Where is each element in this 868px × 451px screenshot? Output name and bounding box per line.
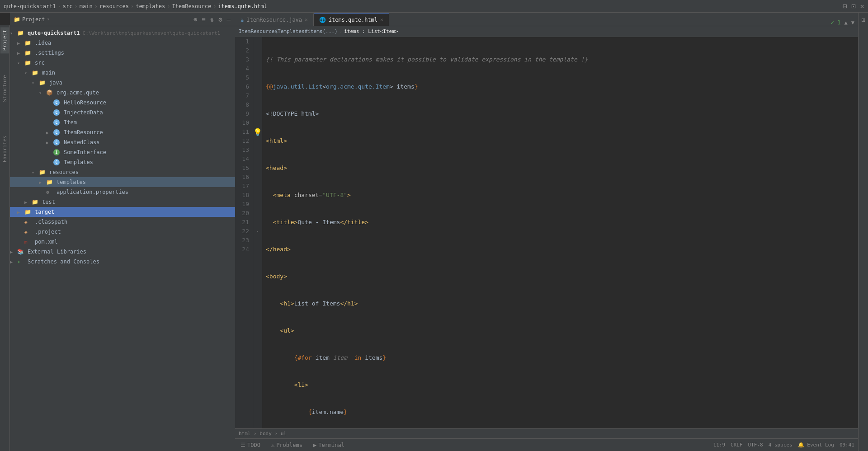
todo-icon: ☰: [241, 442, 245, 448]
tab-itemresource-close[interactable]: ✕: [305, 17, 308, 23]
bc-project: qute-quickstart1: [4, 3, 56, 9]
tree-item-someinterface[interactable]: ▶ I SomeInterface: [10, 147, 235, 157]
bottom-tab-problems[interactable]: ⚠ Problems: [266, 439, 308, 451]
code-line-5: <head>: [266, 164, 854, 173]
code-line-10: <h1>List of Items</h1>: [266, 299, 854, 308]
fold-gutter: 💡 ·: [253, 37, 262, 428]
test-label: test: [42, 199, 55, 205]
bc-src: src: [63, 3, 73, 9]
target-label: target: [35, 209, 54, 215]
tree-item-appprops[interactable]: ▶ ⚙ application.properties: [10, 187, 235, 197]
tree-item-nestedclass[interactable]: ▶ C NestedClass: [10, 137, 235, 147]
vertical-tab-project[interactable]: Project: [0, 27, 9, 53]
extlibs-label: External Libraries: [28, 249, 86, 255]
code-line-14: {item.name}: [266, 408, 854, 417]
someinterface-label: SomeInterface: [64, 149, 106, 155]
collapse-icon[interactable]: ≡: [201, 15, 206, 24]
itemresource-label: ItemResource: [64, 129, 103, 136]
title-bar: qute-quickstart1 › src › main › resource…: [0, 0, 868, 13]
main-layout: Project Structure Favorites 📁 Project ▾ …: [0, 13, 868, 451]
tree-item-extlibs[interactable]: ▶ 📚 External Libraries: [10, 247, 235, 257]
tree-item-helloresource[interactable]: ▶ C HelloResource: [10, 98, 235, 108]
breadcrumb: qute-quickstart1 › src › main › resource…: [4, 3, 267, 9]
tree-item-project-file[interactable]: ▶ ◈ .project: [10, 227, 235, 237]
bc-editor-part2: items : List<Item>: [344, 28, 398, 34]
close-panel-icon[interactable]: —: [226, 15, 231, 24]
fold-indicator-11[interactable]: 💡: [253, 128, 262, 136]
tree-item-classpath[interactable]: ▶ ◈ .classpath: [10, 217, 235, 227]
tab-items-close[interactable]: ✕: [380, 17, 383, 23]
locate-icon[interactable]: ⊕: [193, 15, 198, 24]
code-editor[interactable]: 12345 678910 1112131415 1617181920 21222…: [235, 37, 858, 428]
terminal-icon: ▶: [313, 442, 316, 448]
vertical-tab-favorites[interactable]: Favorites: [0, 133, 9, 165]
appprops-label: application.properties: [57, 189, 128, 195]
tree-item-java[interactable]: ▾ 📁 java: [10, 78, 235, 88]
package-label: org.acme.qute: [57, 89, 99, 96]
chevron-up-icon[interactable]: ▲: [844, 19, 848, 26]
vertical-tabs: Project Structure Favorites: [0, 25, 10, 451]
tree-item-templates-class[interactable]: ▶ C Templates: [10, 157, 235, 167]
scratches-label: Scratches and Consoles: [28, 258, 99, 265]
settings-icon[interactable]: ⚙: [217, 15, 223, 24]
encoding-status[interactable]: UTF-8: [748, 442, 763, 448]
chevron-down-icon[interactable]: ▼: [851, 19, 854, 26]
tree-item-src[interactable]: ▾ 📁 src: [10, 58, 235, 68]
editor-breadcrumb: ItemResource$Templates#items(...) › item…: [235, 26, 858, 37]
tree-item-test[interactable]: ▶ 📁 test: [10, 197, 235, 207]
bc-templates: templates: [136, 3, 165, 9]
tree-item-injecteddata[interactable]: ▶ C InjectedData: [10, 108, 235, 117]
tree-item-resources[interactable]: ▾ 📁 resources: [10, 167, 235, 177]
crlf-status[interactable]: CRLF: [731, 442, 743, 448]
tab-itemresource-label: ItemResource.java: [246, 17, 302, 23]
window-controls: ⊟ ⊡ ✕: [843, 2, 864, 10]
tree-item-item[interactable]: ▶ C Item: [10, 117, 235, 127]
bc-itemresource: ItemResource: [172, 3, 211, 9]
indent-status[interactable]: 4 spaces: [769, 442, 793, 448]
tree-item-package[interactable]: ▾ 📦 org.acme.qute: [10, 88, 235, 98]
code-lines[interactable]: {! This parameter declarations makes it …: [262, 37, 858, 428]
tab-items[interactable]: 🌐 items.qute.html ✕: [314, 13, 389, 26]
src-label: src: [35, 60, 45, 66]
bc-main: main: [80, 3, 93, 9]
check-indicator: ✓ 1: [831, 19, 841, 26]
templates-class-label: Templates: [64, 159, 93, 165]
tree-item-settings[interactable]: ▶ 📁 .settings: [10, 48, 235, 58]
problems-icon: ⚠: [271, 442, 274, 448]
idea-label: .idea: [35, 40, 51, 46]
item-label: Item: [64, 119, 77, 126]
code-line-4: <html>: [266, 136, 854, 146]
vertical-tab-structure[interactable]: Structure: [0, 72, 9, 105]
tree-item-root[interactable]: ▾ 📁 qute-quickstart1 C:\Work\src\tmp\qua…: [10, 28, 235, 38]
tree-item-target[interactable]: ▶ 📁 target: [10, 207, 235, 217]
expand-icon[interactable]: ⇅: [209, 15, 215, 24]
fold-indicator-22[interactable]: ·: [255, 227, 260, 236]
code-line-6: <meta charset="UTF-8">: [266, 191, 854, 200]
tree-item-pom[interactable]: ▶ m pom.xml: [10, 237, 235, 247]
html-file-icon: 🌐: [319, 17, 326, 23]
editor-area: ☕ ItemResource.java ✕ 🌐 items.qute.html …: [235, 13, 858, 451]
main-label: main: [42, 70, 55, 76]
tree-item-scratches[interactable]: ▶ ✦ Scratches and Consoles: [10, 257, 235, 267]
root-path: C:\Work\src\tmp\quarkus\maven\qute-quick…: [83, 30, 221, 36]
pom-label: pom.xml: [35, 239, 58, 245]
bc-editor-part1: ItemResource$Templates#items(...): [239, 28, 338, 34]
project-file-label: .project: [35, 229, 61, 235]
event-log[interactable]: 🔔 Event Log: [798, 442, 834, 448]
dropdown-arrow[interactable]: ▾: [47, 16, 50, 22]
bottom-breadcrumb: html › body › ul: [235, 428, 858, 438]
bottom-tab-terminal[interactable]: ▶ Terminal: [308, 439, 350, 451]
project-tree[interactable]: ▾ 📁 qute-quickstart1 C:\Work\src\tmp\qua…: [10, 26, 235, 451]
java-file-icon: ☕: [241, 17, 244, 23]
settings-label: .settings: [35, 50, 64, 56]
tab-itemresource[interactable]: ☕ ItemResource.java ✕: [235, 13, 314, 26]
tree-item-main[interactable]: ▾ 📁 main: [10, 68, 235, 78]
tree-item-itemresource[interactable]: ▶ C ItemResource: [10, 127, 235, 137]
code-line-12: {#for item item in items}: [266, 353, 854, 362]
tree-item-idea[interactable]: ▶ 📁 .idea: [10, 38, 235, 48]
bottom-tab-todo[interactable]: ☰ TODO: [235, 439, 266, 451]
tree-item-templates-folder[interactable]: ▶ 📁 templates: [10, 177, 235, 187]
line-numbers: 12345 678910 1112131415 1617181920 21222…: [235, 37, 253, 428]
bottom-tabs: ☰ TODO ⚠ Problems ▶ Terminal 11:9 CRLF U…: [235, 438, 858, 451]
right-panel-btn[interactable]: ⊞: [859, 14, 867, 25]
